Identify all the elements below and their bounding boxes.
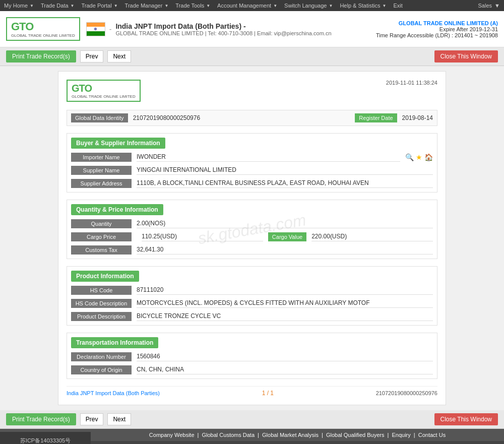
chevron-down-icon: ▼ [273, 4, 277, 8]
supplier-name-value: YINGCAI INTERNATIONAL LIMITED [137, 166, 433, 175]
supplier-address-label: Supplier Address [71, 179, 132, 188]
chevron-down-icon: ▼ [329, 4, 333, 8]
record-footer-center: 1 / 1 [262, 390, 274, 397]
importer-name-row: Importer Name IWONDER 🔍 ★ 🏠 [71, 153, 433, 162]
record-header: GTO GLOBAL TRADE ONLINE LIMITED 2019-11-… [67, 80, 437, 102]
hs-desc-row: HS Code Description MOTORCYCLES (INCL. M… [71, 299, 433, 308]
main-content: GTO GLOBAL TRADE ONLINE LIMITED 2019-11-… [0, 66, 504, 410]
top-nav: My Home ▼ Trade Data ▼ Trade Portal ▼ Tr… [0, 0, 504, 11]
nav-trade-data[interactable]: Trade Data ▼ [41, 3, 76, 9]
product-section: Product Information HS Code 87111020 HS … [67, 266, 437, 326]
record-logo: GTO GLOBAL TRADE ONLINE LIMITED [67, 80, 147, 102]
record-footer-right: 21072019080000250976 [376, 390, 437, 396]
supplier-address-value: 1110B, A BLOCK,TIANLI CENTRAL BUSINESS P… [137, 179, 433, 188]
sales-label: Sales ▼ [478, 3, 500, 9]
customs-tax-row: Customs Tax 32,641.30 [71, 245, 433, 255]
nav-trade-tools[interactable]: Trade Tools ▼ [175, 3, 211, 9]
customs-tax-label: Customs Tax [71, 245, 132, 255]
home-icon[interactable]: 🏠 [424, 153, 433, 161]
supplier-address-row: Supplier Address 1110B, A BLOCK,TIANLI C… [71, 179, 433, 188]
india-flag: ⊕ [86, 22, 105, 36]
declaration-number-label: Declaration Number [71, 352, 132, 361]
footer-link-customs[interactable]: Global Customs Data [202, 432, 255, 438]
register-date-label: Register Date [355, 113, 397, 122]
close-button-top[interactable]: Close This Window [434, 50, 498, 62]
cargo-price-row: Cargo Price 110.25(USD) Cargo Value 220.… [71, 232, 433, 241]
hs-code-label: HS Code [71, 286, 132, 295]
search-icon[interactable]: 🔍 [405, 153, 414, 161]
transportation-title: Transportation Information [71, 337, 158, 348]
record-timestamp: 2019-11-01 11:38:24 [386, 80, 437, 86]
prev-button-bottom[interactable]: Prev [80, 413, 104, 425]
prev-button-top[interactable]: Prev [80, 50, 104, 62]
buyer-supplier-section: Buyer & Supplier Information Importer Na… [67, 133, 437, 193]
logo: GTO GLOBAL TRADE ONLINE LIMITED [6, 17, 80, 41]
product-desc-value: BICYCLE TRONZE CYCLE VC [137, 312, 433, 321]
record-footer-left: India JNPT Import Data (Both Parties) [67, 390, 160, 396]
cargo-value-value: 220.00(USD) [311, 233, 433, 241]
footer-links: Company Website | Global Customs Data | … [91, 429, 504, 441]
global-data-identity-label: Global Data Identity [71, 113, 128, 122]
chevron-down-icon: ▼ [71, 4, 75, 8]
country-origin-label: Country of Origin [71, 365, 132, 374]
company-name: GLOBAL TRADE ONLINE LIMITED (A) [376, 20, 498, 26]
record-footer: India JNPT Import Data (Both Parties) 1 … [67, 386, 437, 397]
supplier-name-row: Supplier Name YINGCAI INTERNATIONAL LIMI… [71, 166, 433, 175]
nav-switch-language[interactable]: Switch Language ▼ [284, 3, 334, 9]
print-button-top[interactable]: Print Trade Record(s) [6, 50, 76, 62]
importer-name-value: IWONDER [137, 153, 400, 162]
quantity-row: Quantity 2.00(NOS) [71, 219, 433, 228]
chevron-down-icon: ▼ [30, 4, 34, 8]
header-title-block: India JNPT Import Data (Both Parties) - … [115, 22, 376, 36]
chevron-down-icon: ▼ [114, 4, 118, 8]
product-title: Product Information [71, 271, 139, 282]
toolbar-bottom: Print Trade Record(s) Prev Next Close Th… [0, 410, 504, 429]
quantity-value: 2.00(NOS) [137, 220, 433, 228]
expire-date: Expire After 2019-12-31 [376, 26, 498, 32]
customs-tax-value: 32,641.30 [137, 246, 433, 255]
nav-help-statistics[interactable]: Help & Statistics ▼ [340, 3, 387, 9]
footer-link-enquiry[interactable]: Enquiry [392, 432, 410, 438]
ldr-range: Time Range Accessible (LDR) : 201401 ~ 2… [376, 32, 498, 38]
toolbar-top: Print Trade Record(s) Prev Next Close Th… [0, 47, 504, 66]
record-card: GTO GLOBAL TRADE ONLINE LIMITED 2019-11-… [58, 71, 446, 405]
nav-trade-portal[interactable]: Trade Portal ▼ [82, 3, 119, 9]
chevron-down-icon: ▼ [206, 4, 210, 8]
next-button-top[interactable]: Next [107, 50, 131, 62]
cargo-price-value: 110.25(USD) [142, 233, 263, 241]
star-icon[interactable]: ★ [416, 153, 422, 161]
nav-exit[interactable]: Exit [393, 3, 403, 9]
global-data-identity-row: Global Data Identity 2107201908000025097… [67, 110, 437, 126]
country-origin-row: Country of Origin CN, CHN, CHINA [71, 365, 433, 374]
footer-link-market[interactable]: Global Market Analysis [262, 432, 319, 438]
close-button-bottom[interactable]: Close This Window [434, 413, 498, 425]
footer-link-contact[interactable]: Contact Us [418, 432, 446, 438]
icp-number: 苏ICP备14033305号 [0, 432, 91, 445]
quantity-price-section: sk.gtodata.com Quantity & Price Informat… [67, 200, 437, 259]
importer-actions: 🔍 ★ 🏠 [405, 153, 433, 161]
buyer-supplier-title: Buyer & Supplier Information [71, 138, 165, 149]
supplier-name-label: Supplier Name [71, 166, 132, 175]
hs-desc-value: MOTORCYCLES (INCL. MOPEDS) & CYCLES FITT… [137, 299, 433, 308]
contact-info: GLOBAL TRADE ONLINE LIMITED | Tel: 400-7… [115, 30, 376, 36]
print-button-bottom[interactable]: Print Trade Record(s) [6, 413, 76, 425]
nav-trade-manager[interactable]: Trade Manager ▼ [125, 3, 170, 9]
page-title: India JNPT Import Data (Both Parties) - [115, 22, 376, 30]
product-desc-row: Product Description BICYCLE TRONZE CYCLE… [71, 312, 433, 321]
footer-bar: 苏ICP备14033305号 Company Website | Global … [0, 429, 504, 444]
hs-desc-label: HS Code Description [71, 299, 132, 308]
page-header: GTO GLOBAL TRADE ONLINE LIMITED ⊕ - Indi… [0, 11, 504, 47]
separator: - [109, 25, 112, 33]
transportation-section: Transportation Information Declaration N… [67, 333, 437, 379]
nav-account-management[interactable]: Account Management ▼ [217, 3, 278, 9]
header-right: GLOBAL TRADE ONLINE LIMITED (A) Expire A… [376, 20, 498, 38]
cargo-value-label: Cargo Value [268, 232, 306, 241]
product-desc-label: Product Description [71, 312, 132, 321]
country-origin-value: CN, CHN, CHINA [137, 366, 433, 374]
chevron-down-icon: ▼ [164, 4, 168, 8]
footer-link-buyers[interactable]: Global Qualified Buyers [326, 432, 385, 438]
next-button-bottom[interactable]: Next [107, 413, 131, 425]
declaration-number-row: Declaration Number 1560846 [71, 352, 433, 361]
nav-my-home[interactable]: My Home ▼ [4, 3, 35, 9]
footer-link-company[interactable]: Company Website [149, 432, 195, 438]
